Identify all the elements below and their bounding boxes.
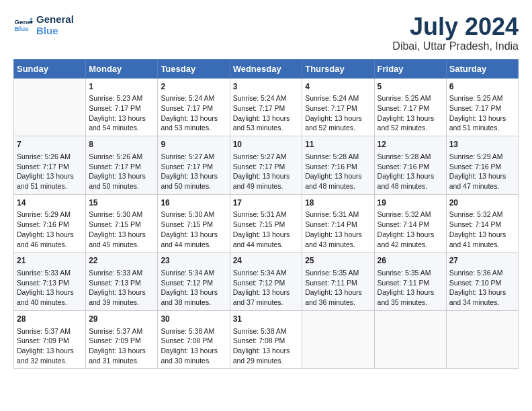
calendar-cell: 13Sunrise: 5:29 AMSunset: 7:16 PMDayligh… <box>446 136 518 195</box>
cell-info: Sunrise: 5:37 AMSunset: 7:09 PMDaylight:… <box>17 327 74 365</box>
day-number: 16 <box>161 197 226 209</box>
day-number: 25 <box>305 255 371 267</box>
calendar-cell: 14Sunrise: 5:29 AMSunset: 7:16 PMDayligh… <box>14 194 86 253</box>
day-number: 30 <box>161 314 226 325</box>
calendar-cell: 23Sunrise: 5:34 AMSunset: 7:12 PMDayligh… <box>158 253 230 311</box>
cell-info: Sunrise: 5:33 AMSunset: 7:13 PMDaylight:… <box>17 269 74 306</box>
weekday-header: Sunday <box>14 59 86 78</box>
day-number: 11 <box>305 139 371 150</box>
logo-text-blue: Blue <box>36 25 74 36</box>
calendar-cell: 6Sunrise: 5:25 AMSunset: 7:17 PMDaylight… <box>446 78 518 136</box>
weekday-header: Wednesday <box>230 59 302 78</box>
cell-info: Sunrise: 5:38 AMSunset: 7:08 PMDaylight:… <box>233 327 290 365</box>
calendar-week-row: 28Sunrise: 5:37 AMSunset: 7:09 PMDayligh… <box>14 310 519 369</box>
day-number: 20 <box>449 197 515 209</box>
cell-info: Sunrise: 5:28 AMSunset: 7:16 PMDaylight:… <box>378 152 435 190</box>
day-number: 6 <box>449 81 515 93</box>
cell-info: Sunrise: 5:25 AMSunset: 7:17 PMDaylight:… <box>378 94 435 132</box>
calendar-cell: 5Sunrise: 5:25 AMSunset: 7:17 PMDaylight… <box>374 78 446 136</box>
calendar-cell: 9Sunrise: 5:27 AMSunset: 7:17 PMDaylight… <box>158 136 230 195</box>
calendar-cell: 8Sunrise: 5:26 AMSunset: 7:17 PMDaylight… <box>86 136 158 195</box>
cell-info: Sunrise: 5:25 AMSunset: 7:17 PMDaylight:… <box>449 94 506 132</box>
calendar-cell: 2Sunrise: 5:24 AMSunset: 7:17 PMDaylight… <box>158 78 230 136</box>
calendar-cell: 11Sunrise: 5:28 AMSunset: 7:16 PMDayligh… <box>302 136 374 195</box>
calendar-cell: 16Sunrise: 5:30 AMSunset: 7:15 PMDayligh… <box>158 194 230 253</box>
day-number: 28 <box>17 314 83 325</box>
cell-info: Sunrise: 5:35 AMSunset: 7:11 PMDaylight:… <box>305 269 362 306</box>
weekday-header: Saturday <box>446 59 518 78</box>
day-number: 21 <box>17 255 83 267</box>
cell-info: Sunrise: 5:31 AMSunset: 7:14 PMDaylight:… <box>305 210 362 248</box>
calendar-cell: 15Sunrise: 5:30 AMSunset: 7:15 PMDayligh… <box>86 194 158 253</box>
cell-info: Sunrise: 5:34 AMSunset: 7:12 PMDaylight:… <box>233 269 290 306</box>
calendar-week-row: 7Sunrise: 5:26 AMSunset: 7:17 PMDaylight… <box>14 136 519 195</box>
cell-info: Sunrise: 5:24 AMSunset: 7:17 PMDaylight:… <box>305 94 362 132</box>
calendar-cell: 24Sunrise: 5:34 AMSunset: 7:12 PMDayligh… <box>230 253 302 311</box>
calendar-cell: 12Sunrise: 5:28 AMSunset: 7:16 PMDayligh… <box>374 136 446 195</box>
day-number: 3 <box>233 81 300 93</box>
cell-info: Sunrise: 5:26 AMSunset: 7:17 PMDaylight:… <box>89 152 146 190</box>
cell-info: Sunrise: 5:31 AMSunset: 7:15 PMDaylight:… <box>233 210 290 248</box>
page-header: General Blue General Blue July 2024 Diba… <box>13 13 519 52</box>
logo-text-general: General <box>36 13 74 25</box>
day-number: 23 <box>161 255 226 267</box>
calendar-cell <box>14 78 86 136</box>
cell-info: Sunrise: 5:26 AMSunset: 7:17 PMDaylight:… <box>17 152 74 190</box>
month-title: July 2024 <box>392 13 519 40</box>
day-number: 14 <box>17 197 83 209</box>
cell-info: Sunrise: 5:27 AMSunset: 7:17 PMDaylight:… <box>161 152 218 190</box>
calendar-cell: 25Sunrise: 5:35 AMSunset: 7:11 PMDayligh… <box>302 253 374 311</box>
day-number: 7 <box>17 139 83 150</box>
calendar-cell: 28Sunrise: 5:37 AMSunset: 7:09 PMDayligh… <box>14 310 86 369</box>
calendar-cell: 29Sunrise: 5:37 AMSunset: 7:09 PMDayligh… <box>86 310 158 369</box>
calendar-cell: 26Sunrise: 5:35 AMSunset: 7:11 PMDayligh… <box>374 253 446 311</box>
day-number: 8 <box>89 139 154 150</box>
day-number: 26 <box>378 255 443 267</box>
calendar-cell: 18Sunrise: 5:31 AMSunset: 7:14 PMDayligh… <box>302 194 374 253</box>
calendar-week-row: 21Sunrise: 5:33 AMSunset: 7:13 PMDayligh… <box>14 253 519 311</box>
weekday-header: Monday <box>86 59 158 78</box>
calendar-cell: 30Sunrise: 5:38 AMSunset: 7:08 PMDayligh… <box>158 310 230 369</box>
calendar-cell: 17Sunrise: 5:31 AMSunset: 7:15 PMDayligh… <box>230 194 302 253</box>
day-number: 29 <box>89 314 154 325</box>
cell-info: Sunrise: 5:30 AMSunset: 7:15 PMDaylight:… <box>89 210 146 248</box>
cell-info: Sunrise: 5:35 AMSunset: 7:11 PMDaylight:… <box>378 269 435 306</box>
day-number: 1 <box>89 81 154 93</box>
logo: General Blue General Blue <box>13 13 74 37</box>
calendar-cell <box>374 310 446 369</box>
calendar-cell: 19Sunrise: 5:32 AMSunset: 7:14 PMDayligh… <box>374 194 446 253</box>
calendar-cell: 21Sunrise: 5:33 AMSunset: 7:13 PMDayligh… <box>14 253 86 311</box>
cell-info: Sunrise: 5:38 AMSunset: 7:08 PMDaylight:… <box>161 327 218 365</box>
cell-info: Sunrise: 5:24 AMSunset: 7:17 PMDaylight:… <box>161 94 218 132</box>
calendar-cell: 7Sunrise: 5:26 AMSunset: 7:17 PMDaylight… <box>14 136 86 195</box>
day-number: 2 <box>161 81 226 93</box>
day-number: 24 <box>233 255 300 267</box>
calendar-week-row: 14Sunrise: 5:29 AMSunset: 7:16 PMDayligh… <box>14 194 519 253</box>
day-number: 19 <box>378 197 443 209</box>
logo-icon: General Blue <box>13 15 34 35</box>
calendar-week-row: 1Sunrise: 5:23 AMSunset: 7:17 PMDaylight… <box>14 78 519 136</box>
calendar-table: SundayMondayTuesdayWednesdayThursdayFrid… <box>13 59 519 369</box>
calendar-cell: 3Sunrise: 5:24 AMSunset: 7:17 PMDaylight… <box>230 78 302 136</box>
day-number: 17 <box>233 197 300 209</box>
cell-info: Sunrise: 5:28 AMSunset: 7:16 PMDaylight:… <box>305 152 362 190</box>
cell-info: Sunrise: 5:24 AMSunset: 7:17 PMDaylight:… <box>233 94 290 132</box>
location-title: Dibai, Uttar Pradesh, India <box>392 40 519 52</box>
day-number: 22 <box>89 255 154 267</box>
calendar-cell: 20Sunrise: 5:32 AMSunset: 7:14 PMDayligh… <box>446 194 518 253</box>
cell-info: Sunrise: 5:36 AMSunset: 7:10 PMDaylight:… <box>449 269 506 306</box>
cell-info: Sunrise: 5:27 AMSunset: 7:17 PMDaylight:… <box>233 152 290 190</box>
calendar-cell: 4Sunrise: 5:24 AMSunset: 7:17 PMDaylight… <box>302 78 374 136</box>
cell-info: Sunrise: 5:30 AMSunset: 7:15 PMDaylight:… <box>161 210 218 248</box>
day-number: 9 <box>161 139 226 150</box>
day-number: 18 <box>305 197 371 209</box>
day-number: 4 <box>305 81 371 93</box>
calendar-cell: 27Sunrise: 5:36 AMSunset: 7:10 PMDayligh… <box>446 253 518 311</box>
svg-text:Blue: Blue <box>15 25 30 32</box>
cell-info: Sunrise: 5:37 AMSunset: 7:09 PMDaylight:… <box>89 327 146 365</box>
cell-info: Sunrise: 5:33 AMSunset: 7:13 PMDaylight:… <box>89 269 146 306</box>
day-number: 15 <box>89 197 154 209</box>
day-number: 10 <box>233 139 300 150</box>
calendar-cell <box>446 310 518 369</box>
weekday-header: Friday <box>374 59 446 78</box>
